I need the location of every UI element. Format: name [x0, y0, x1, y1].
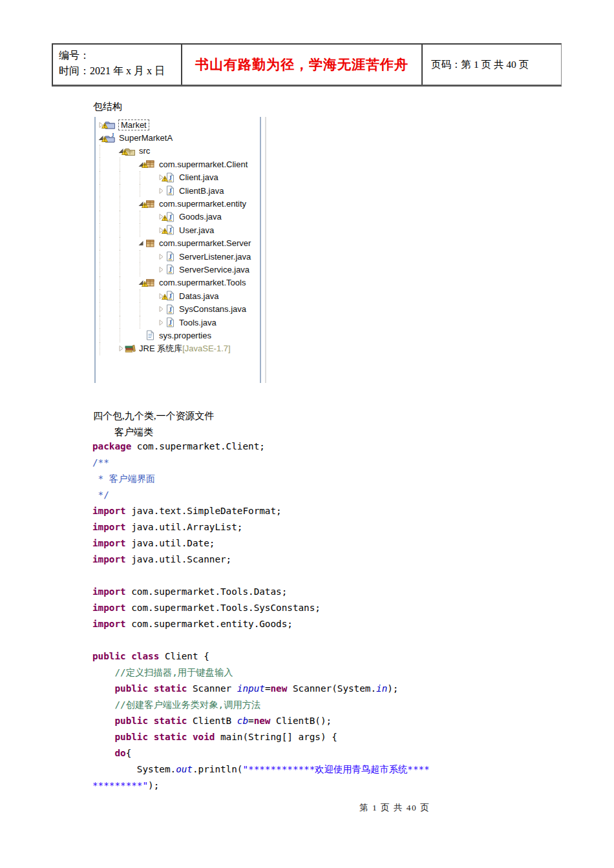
tree-item-label: SysConstans.java	[179, 304, 246, 314]
tree-indent-guide	[100, 329, 120, 342]
tree-indent-guide	[120, 329, 140, 342]
tree-indent-guide	[120, 223, 140, 236]
tree-item[interactable]: com.supermarket.Tools	[96, 276, 267, 289]
tree-item[interactable]: src	[96, 145, 267, 158]
tree-indent-guide	[120, 289, 140, 302]
java-file-icon: J	[165, 212, 176, 222]
tree-item[interactable]: JSysConstans.java	[96, 302, 267, 315]
tree-item[interactable]: JTools.java	[96, 316, 267, 329]
warning-overlay-icon	[162, 225, 168, 236]
java-file-icon: J	[165, 291, 176, 301]
code-line: *********");	[92, 778, 571, 794]
tree-item[interactable]: JSuperMarketA	[96, 131, 267, 144]
tree-item[interactable]: JRE 系统库 [JavaSE-1.7]	[96, 342, 267, 355]
package-icon	[145, 238, 156, 249]
tree-indent-guide	[140, 223, 160, 236]
code-line: * 客户端界面	[92, 471, 571, 487]
java-project-icon: J	[105, 133, 116, 143]
code-line: import com.supermarket.entity.Goods;	[92, 616, 571, 632]
tree-indent-guide	[100, 289, 120, 302]
package-explorer-tree: MarketJSuperMarketAsrccom.supermarket.Cl…	[94, 117, 267, 383]
tree-item-label: src	[139, 146, 150, 156]
tree-indent-guide	[120, 197, 140, 210]
warning-overlay-icon	[142, 199, 148, 211]
warning-overlay-icon	[162, 291, 168, 302]
code-line: import java.text.SimpleDateFormat;	[92, 503, 571, 519]
tree-item-label: ServerService.java	[179, 265, 249, 274]
tree-item[interactable]: JClientB.java	[96, 184, 267, 197]
code-line: public static ClientB cb=new ClientB();	[92, 713, 571, 729]
tree-item[interactable]: JUser.java	[96, 223, 267, 236]
svg-text:J: J	[169, 293, 172, 300]
tree-item-label: Client.java	[179, 172, 218, 182]
code-line: import com.supermarket.Tools.Datas;	[92, 584, 571, 600]
tree-indent-guide	[120, 184, 140, 197]
code-line	[92, 632, 571, 648]
summary-text: 四个包,九个类,一个资源文件	[93, 409, 215, 422]
tree-indent-guide	[100, 237, 120, 250]
code-line: public static Scanner input=new Scanner(…	[92, 681, 571, 697]
svg-text:J: J	[169, 320, 172, 326]
warning-overlay-icon	[101, 119, 108, 131]
code-line: System.out.println("************欢迎使用青鸟超市…	[92, 761, 571, 778]
warning-overlay-icon	[162, 172, 168, 184]
tree-indent-guide	[120, 211, 140, 223]
java-file-icon: J	[165, 264, 176, 274]
header-table: 编号： 时间：2021 年 x 月 x 日 书山有路勤为径，学海无涯苦作舟 页码…	[52, 43, 562, 87]
tree-indent-guide	[120, 316, 140, 329]
tree-indent-guide	[100, 316, 120, 329]
tree-item[interactable]: Market	[96, 118, 267, 131]
doc-time-label: 时间：2021 年 x 月 x 日	[59, 63, 181, 79]
code-line: public class Client {	[92, 648, 571, 665]
tree-item-label: Datas.java	[179, 291, 218, 301]
tree-indent-guide	[140, 171, 160, 184]
tree-heading: 包结构	[93, 100, 122, 113]
java-file-icon: J	[165, 225, 176, 235]
svg-text:J: J	[112, 133, 114, 138]
tree-item[interactable]: JServerListener.java	[96, 250, 267, 263]
code-line: /**	[92, 455, 571, 471]
code-line: import java.util.Date;	[92, 535, 571, 552]
doc-number-label: 编号：	[59, 48, 181, 63]
svg-text:J: J	[169, 188, 172, 194]
page-footer: 第 1 页 共 40 页	[359, 802, 430, 814]
tree-item-label: User.java	[179, 225, 214, 235]
header-cell-page: 页码：第 1 页 共 40 页	[423, 45, 561, 85]
tree-item-label: Tools.java	[179, 318, 217, 327]
tree-item-label: sys.properties	[159, 331, 211, 340]
tree-item-label: Goods.java	[179, 212, 222, 222]
tree-item-label: com.supermarket.Server	[159, 238, 251, 248]
tree-item-label: com.supermarket.Client	[159, 160, 248, 169]
source-folder-icon	[125, 146, 136, 156]
java-file-icon: J	[165, 251, 176, 262]
tree-item[interactable]: JGoods.java	[96, 211, 267, 223]
tree-item[interactable]: JClient.java	[96, 171, 267, 184]
tree-indent-guide	[100, 145, 120, 158]
tree-item[interactable]: JDatas.java	[96, 289, 267, 302]
tree-indent-guide	[100, 342, 120, 355]
tree-item[interactable]: com.supermarket.Client	[96, 158, 267, 170]
tree-item[interactable]: com.supermarket.entity	[96, 197, 267, 210]
tree-indent-guide	[100, 302, 120, 315]
tree-item[interactable]: sys.properties	[96, 329, 267, 342]
header-cell-meta: 编号： 时间：2021 年 x 月 x 日	[53, 45, 182, 85]
java-file-icon: J	[165, 185, 176, 196]
tree-indent-guide	[140, 316, 160, 329]
tree-item[interactable]: com.supermarket.Server	[96, 237, 267, 250]
code-line: import java.util.Scanner;	[92, 552, 571, 568]
tree-indent-guide	[140, 211, 160, 223]
tree-item-label: Market	[119, 120, 149, 130]
tree-item[interactable]: JServerService.java	[96, 263, 267, 276]
properties-file-icon	[145, 330, 156, 340]
tree-indent-guide	[100, 223, 120, 236]
svg-text:J: J	[169, 254, 172, 260]
tree-indent-guide	[140, 302, 160, 315]
code-line: */	[92, 487, 571, 503]
tree-indent-guide	[120, 171, 140, 184]
header-cell-motto: 书山有路勤为径，学海无涯苦作舟	[182, 45, 423, 85]
svg-text:J: J	[169, 214, 172, 220]
code-line	[92, 568, 571, 584]
jre-library-icon	[125, 344, 136, 354]
package-icon	[145, 159, 156, 169]
tree-item-decoration: [JavaSE-1.7]	[182, 344, 230, 353]
